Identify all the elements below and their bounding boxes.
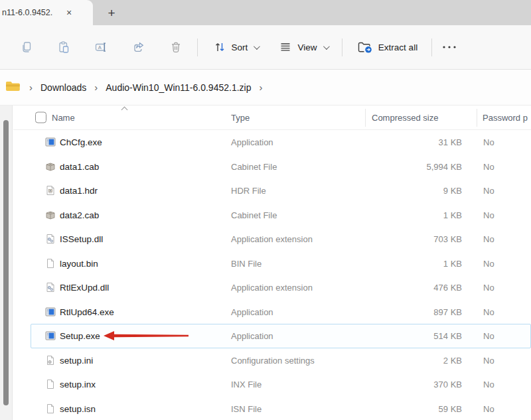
close-tab-icon[interactable]: × xyxy=(62,6,76,19)
table-row[interactable]: setup.isn ISN File 59 KB No xyxy=(13,397,531,420)
file-list-area: Name Type Compressed size Password p ChC… xyxy=(0,105,531,420)
select-all-checkbox[interactable] xyxy=(35,112,46,123)
file-compressed-size: 59 KB xyxy=(372,403,462,413)
copy-icon xyxy=(20,40,33,54)
tab-bar: n11-6.0.9452. × + xyxy=(0,0,531,25)
sort-arrows-icon xyxy=(213,40,226,54)
zip-folder-icon xyxy=(5,80,21,95)
view-button[interactable]: View xyxy=(273,35,333,60)
table-row[interactable]: layout.bin BIN File 1 KB No xyxy=(13,251,531,276)
column-divider[interactable] xyxy=(365,109,366,127)
table-row[interactable]: RtlUpd64.exe Application 897 KB No xyxy=(13,300,531,324)
sort-label: Sort xyxy=(232,42,248,52)
file-name: setup.ini xyxy=(60,355,93,365)
breadcrumb-chevron-icon: › xyxy=(86,82,106,93)
sort-button[interactable]: Sort xyxy=(202,35,269,60)
column-header-row: Name Type Compressed size Password p xyxy=(13,105,531,130)
file-type: Application xyxy=(231,331,273,341)
cab-file-icon xyxy=(45,161,56,172)
breadcrumb-item-zip[interactable]: Audio-Win10_Win11-6.0.9452.1.zip xyxy=(106,82,251,93)
file-name: data1.hdr xyxy=(60,186,98,196)
table-row[interactable]: Setup.exe Application 514 KB No xyxy=(13,324,531,348)
file-rows: ChCfg.exe Application 31 KB No data1.cab… xyxy=(13,130,531,420)
sort-ascending-icon xyxy=(121,107,128,113)
hdr-file-icon xyxy=(45,185,56,196)
file-type: ISN File xyxy=(231,403,262,413)
column-header-compressed-size[interactable]: Compressed size xyxy=(372,113,438,123)
share-icon xyxy=(132,40,145,54)
file-password-protected: No xyxy=(483,283,494,293)
file-type: HDR File xyxy=(231,186,266,196)
breadcrumb-chevron-icon[interactable]: › xyxy=(251,82,270,93)
file-name: setup.isn xyxy=(60,403,96,413)
file-name: data2.cab xyxy=(60,210,99,220)
file-type: Configuration settings xyxy=(231,355,315,365)
file-password-protected: No xyxy=(483,403,494,413)
file-type: BIN File xyxy=(231,258,262,268)
red-arrow-annotation xyxy=(103,330,189,342)
table-row[interactable]: data2.cab Cabinet File 1 KB No xyxy=(13,203,531,228)
file-name: layout.bin xyxy=(60,258,98,268)
rename-button[interactable]: A xyxy=(89,35,113,60)
ini-file-icon xyxy=(45,355,56,366)
column-header-name[interactable]: Name xyxy=(52,113,75,123)
column-header-type[interactable]: Type xyxy=(231,113,250,123)
explorer-tab[interactable]: n11-6.0.9452. × xyxy=(0,0,93,25)
scrollbar-thumb[interactable] xyxy=(3,120,9,405)
share-button[interactable] xyxy=(127,35,151,60)
file-password-protected: No xyxy=(483,234,494,244)
file-compressed-size: 1 KB xyxy=(372,210,462,220)
file-name: ChCfg.exe xyxy=(60,137,102,147)
paste-icon xyxy=(57,40,70,54)
file-type: INX File xyxy=(231,380,262,389)
exe-file-icon xyxy=(45,137,56,147)
command-toolbar: A Sort View Extract all xyxy=(0,25,531,70)
trash-icon xyxy=(169,40,183,54)
file-file-icon xyxy=(45,403,56,414)
column-divider[interactable] xyxy=(477,109,477,127)
view-list-icon xyxy=(279,40,292,54)
table-row[interactable]: setup.ini Configuration settings 2 KB No xyxy=(13,348,531,373)
file-password-protected: No xyxy=(483,161,494,171)
file-type: Application xyxy=(231,137,273,147)
file-password-protected: No xyxy=(483,258,494,268)
file-compressed-size: 9 KB xyxy=(372,186,462,196)
more-options-button[interactable] xyxy=(437,35,462,60)
toolbar-separator xyxy=(342,38,342,56)
file-file-icon xyxy=(45,379,56,389)
file-password-protected: No xyxy=(483,137,494,147)
view-label: View xyxy=(297,42,317,52)
toolbar-separator xyxy=(431,38,432,56)
table-row[interactable]: RtlExUpd.dll Application extension 476 K… xyxy=(13,275,531,300)
delete-button[interactable] xyxy=(164,35,188,60)
table-row[interactable]: data1.cab Cabinet File 5,994 KB No xyxy=(13,155,531,179)
file-password-protected: No xyxy=(483,186,494,196)
breadcrumb-item-downloads[interactable]: Downloads xyxy=(40,82,86,93)
paste-button[interactable] xyxy=(52,35,76,60)
file-compressed-size: 5,994 KB xyxy=(372,161,462,171)
file-type: Application xyxy=(231,307,273,316)
file-compressed-size: 476 KB xyxy=(372,283,462,293)
new-tab-button[interactable]: + xyxy=(102,5,121,21)
dll-file-icon xyxy=(45,234,56,244)
extract-all-label: Extract all xyxy=(378,42,417,52)
vertical-scrollbar[interactable] xyxy=(0,105,13,420)
table-row[interactable]: ChCfg.exe Application 31 KB No xyxy=(13,130,531,155)
file-type: Cabinet File xyxy=(231,161,277,171)
tab-title: n11-6.0.9452. xyxy=(2,8,63,17)
file-password-protected: No xyxy=(483,380,494,389)
file-password-protected: No xyxy=(483,331,494,341)
file-password-protected: No xyxy=(483,355,494,365)
breadcrumb: › Downloads › Audio-Win10_Win11-6.0.9452… xyxy=(0,70,531,105)
file-compressed-size: 31 KB xyxy=(372,137,462,147)
table-row[interactable]: data1.hdr HDR File 9 KB No xyxy=(13,178,531,203)
table-row[interactable]: setup.inx INX File 370 KB No xyxy=(13,372,531,397)
breadcrumb-chevron-icon: › xyxy=(21,82,40,93)
dll-file-icon xyxy=(45,282,56,293)
extract-all-button[interactable]: Extract all xyxy=(350,35,429,60)
file-name: RtlExUpd.dll xyxy=(60,283,109,293)
copy-button[interactable] xyxy=(15,35,38,60)
file-file-icon xyxy=(45,258,56,269)
column-header-password-protected[interactable]: Password p xyxy=(483,113,528,123)
table-row[interactable]: ISSetup.dll Application extension 703 KB… xyxy=(13,227,531,251)
